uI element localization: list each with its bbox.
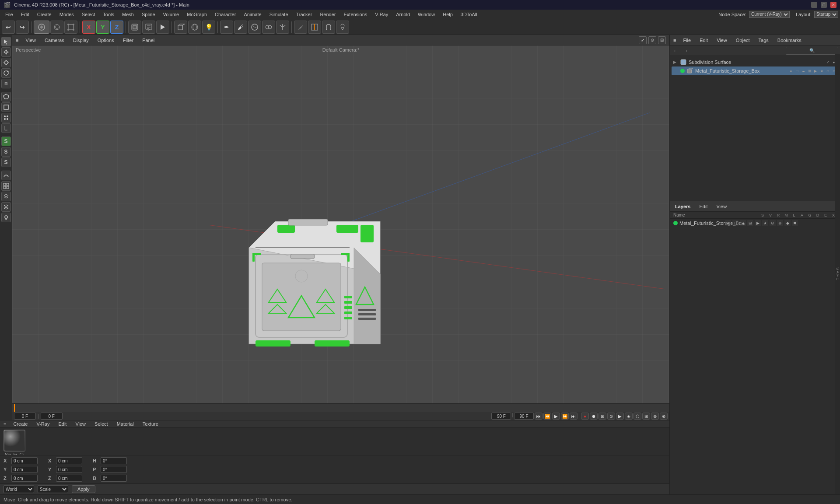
menu-item-simulate[interactable]: Simulate	[266, 11, 292, 18]
transform-mode-select[interactable]: Scale	[38, 485, 68, 493]
spline-mode-button[interactable]	[64, 21, 77, 34]
mesh-mode-button[interactable]	[50, 21, 63, 34]
current-frame-input[interactable]	[14, 413, 36, 420]
material-item-1[interactable]: Sci_Fi_Cr	[4, 430, 25, 457]
timeline-ruler[interactable]	[12, 404, 669, 412]
step-back-button[interactable]: ⏪	[543, 413, 551, 420]
b-input[interactable]	[101, 475, 127, 482]
y-pos-input[interactable]	[11, 466, 38, 473]
layout-btn-2[interactable]: ⊞	[642, 413, 650, 420]
close-button[interactable]: ✕	[830, 2, 836, 8]
layer-icon-4[interactable]: ⊞	[747, 220, 753, 226]
menu-item-animate[interactable]: Animate	[240, 11, 265, 18]
om-menu-toggle[interactable]: ≡	[673, 38, 676, 43]
layer-icon-10[interactable]: ✖	[792, 220, 798, 226]
polygon-button[interactable]	[1, 92, 11, 102]
cube-button[interactable]	[174, 21, 187, 34]
render-view-button[interactable]: ⊙	[648, 36, 656, 44]
menu-item-tools[interactable]: Tools	[99, 11, 118, 18]
layout-change-button[interactable]: ⊞	[658, 36, 666, 44]
menu-item-spline[interactable]: Spline	[138, 11, 159, 18]
add-key-btn[interactable]: ⊕	[651, 413, 659, 420]
mat-material-menu[interactable]: Material	[115, 420, 136, 427]
mat-vray-menu[interactable]: V-Ray	[35, 420, 51, 427]
light-tool-button[interactable]	[1, 213, 11, 222]
play-button[interactable]: ▶	[552, 413, 560, 420]
sb-icon-3[interactable]: ☁	[801, 68, 806, 74]
menu-item-3dtoall[interactable]: 3DToAll	[457, 11, 481, 18]
sb-icon-7[interactable]: ⊙	[825, 68, 830, 74]
mat-create-menu[interactable]: Create	[11, 420, 29, 427]
viewport-view-menu[interactable]: View	[24, 37, 38, 44]
right-collapse-tab[interactable]: SAFE	[835, 54, 840, 494]
redo-button[interactable]: ↪	[16, 21, 29, 34]
sb-icon-4[interactable]: ⊞	[807, 68, 812, 74]
menu-item-v-ray[interactable]: V-Ray	[371, 11, 392, 18]
subdiv-check-icon[interactable]: ✓	[825, 60, 830, 65]
mat-menu-toggle[interactable]: ≡	[4, 421, 6, 427]
stack-tool-button[interactable]	[1, 202, 11, 212]
z-axis-button[interactable]: Z	[110, 21, 123, 34]
minimize-button[interactable]: ─	[811, 2, 817, 8]
h-input[interactable]	[101, 457, 127, 464]
current-time-input[interactable]	[41, 413, 63, 420]
s-tool-2[interactable]: S	[1, 147, 11, 157]
remove-key-btn[interactable]: ⊗	[660, 413, 668, 420]
transform-button[interactable]: ⊞	[1, 79, 11, 88]
om-view-menu[interactable]: View	[715, 37, 729, 44]
menu-item-mograph[interactable]: MoGraph	[183, 11, 210, 18]
select-tool-button[interactable]	[1, 37, 11, 46]
edge-button[interactable]	[1, 102, 11, 112]
menu-item-mesh[interactable]: Mesh	[119, 11, 137, 18]
z-rot-input[interactable]	[56, 475, 82, 482]
go-to-end-button[interactable]: ⏭	[570, 413, 578, 420]
key-button[interactable]	[128, 21, 141, 34]
menu-item-help[interactable]: Help	[439, 11, 456, 18]
end-time-input[interactable]	[514, 413, 534, 420]
line-tool-button[interactable]: L	[1, 123, 11, 133]
viewport-menu-toggle[interactable]: ≡	[16, 38, 18, 43]
layer-icon-8[interactable]: ⊕	[777, 220, 783, 226]
loop-cut-button[interactable]	[308, 21, 321, 34]
grid-tool-button[interactable]	[1, 181, 11, 191]
om-tags-menu[interactable]: Tags	[757, 37, 770, 44]
menu-item-render[interactable]: Render	[316, 11, 339, 18]
sb-icon-5[interactable]: ▶	[813, 68, 818, 74]
model-mode-button[interactable]	[34, 21, 49, 34]
morph-button[interactable]	[262, 21, 275, 34]
end-frame-input[interactable]	[491, 413, 511, 420]
viewport-display-menu[interactable]: Display	[71, 37, 91, 44]
scale-tool-button[interactable]	[1, 58, 11, 67]
maximize-button[interactable]: □	[821, 2, 827, 8]
point-button[interactable]	[1, 113, 11, 122]
undo-button[interactable]: ↩	[2, 21, 15, 34]
layer-icon-3[interactable]: ☁	[740, 220, 746, 226]
storage-box-row[interactable]: Metal_Futuristic_Storage_Box ● □ ☁ ⊞ ▶ ★…	[672, 66, 838, 75]
timeline-playhead[interactable]	[14, 404, 15, 412]
record-btn[interactable]: ●	[581, 413, 589, 420]
node-space-select[interactable]: Current (V-Ray)	[749, 11, 790, 18]
layers-label[interactable]: Layers	[673, 203, 692, 210]
mat-view-menu[interactable]: View	[74, 420, 88, 427]
x-axis-button[interactable]: X	[82, 21, 95, 34]
maximize-viewport-button[interactable]: ⤢	[639, 36, 647, 44]
curve-tool-button[interactable]	[1, 171, 11, 180]
viewport-cameras-menu[interactable]: Cameras	[43, 37, 66, 44]
move-tool-button[interactable]	[1, 47, 11, 57]
layer-storage-box-row[interactable]: Metal_Futuristic_Storage_Box ● □ ☁ ⊞ ▶ ★…	[670, 219, 840, 228]
rotate-tool-button[interactable]	[1, 68, 11, 78]
s-tool-1[interactable]: S	[1, 136, 11, 146]
apply-button[interactable]: Apply	[72, 485, 95, 493]
menu-item-select[interactable]: Select	[78, 11, 99, 18]
step-forward-button[interactable]: ⏩	[561, 413, 569, 420]
menu-item-file[interactable]: File	[2, 11, 17, 18]
coordinate-system-select[interactable]: World	[4, 485, 34, 493]
layout-select[interactable]: Startup	[814, 11, 838, 18]
brush-button[interactable]	[336, 21, 349, 34]
mat-texture-menu[interactable]: Texture	[141, 420, 160, 427]
layer-icon-2[interactable]: □	[732, 220, 738, 226]
sphere-button[interactable]	[188, 21, 201, 34]
menu-item-tracker[interactable]: Tracker	[293, 11, 316, 18]
viewport-filter-menu[interactable]: Filter	[121, 37, 135, 44]
menu-item-window[interactable]: Window	[414, 11, 438, 18]
